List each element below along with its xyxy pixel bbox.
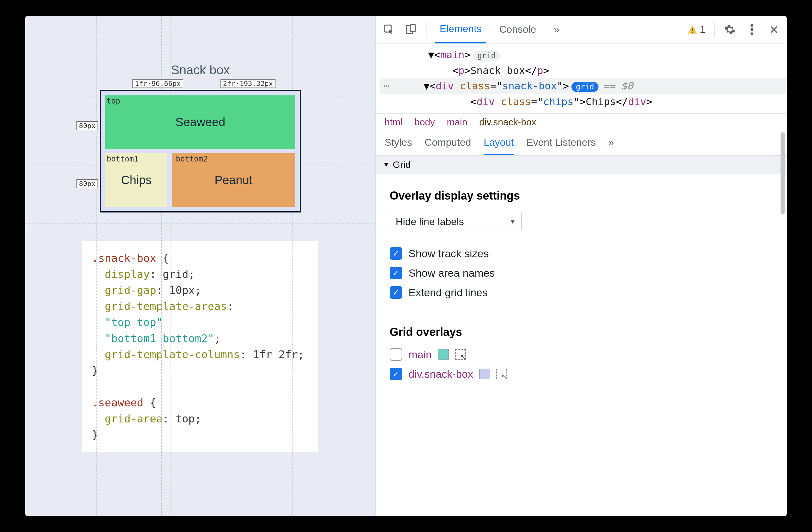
warning-icon bbox=[687, 24, 698, 35]
select-value: Hide line labels bbox=[396, 216, 464, 228]
layout-panel: Overlay display settings Hide line label… bbox=[376, 174, 787, 396]
area-label-top: top bbox=[106, 97, 120, 106]
overlay-item-snack-box[interactable]: div.snack-box bbox=[408, 368, 473, 380]
dom-node-main[interactable]: ▼<main>grid bbox=[380, 47, 787, 63]
grid-overlays-heading: Grid overlays bbox=[390, 325, 773, 339]
css-code-block: .snack-box { display: grid; grid-gap: 10… bbox=[83, 241, 318, 452]
section-grid[interactable]: ▼ Grid bbox=[376, 155, 787, 174]
tab-console[interactable]: Console bbox=[495, 16, 541, 43]
svg-rect-4 bbox=[692, 32, 693, 33]
devtools-panel: Elements Console » 1 ▼<main>grid <p>Snac… bbox=[376, 16, 787, 516]
tab-elements[interactable]: Elements bbox=[435, 16, 486, 43]
crumb-main[interactable]: main bbox=[447, 117, 467, 127]
separator bbox=[426, 22, 426, 38]
panel-tabs: Styles Computed Layout Event Listeners » bbox=[376, 131, 787, 155]
sub-tab-listeners[interactable]: Event Listeners bbox=[526, 137, 596, 155]
triangle-down-icon: ▼ bbox=[383, 160, 390, 169]
overlay-settings-heading: Overlay display settings bbox=[390, 189, 773, 202]
label-track-sizes: Show track sizes bbox=[408, 248, 489, 260]
caret-down-icon: ▼ bbox=[509, 218, 516, 225]
crumb-html[interactable]: html bbox=[385, 117, 403, 127]
sub-tab-layout[interactable]: Layout bbox=[484, 137, 514, 155]
sub-tab-styles[interactable]: Styles bbox=[385, 137, 412, 155]
svg-rect-2 bbox=[411, 25, 415, 31]
grid-line bbox=[96, 16, 97, 516]
checkbox-area-names[interactable]: ✓ bbox=[390, 267, 402, 279]
divider bbox=[376, 312, 787, 312]
dom-tree[interactable]: ▼<main>grid <p>Snack box</p> ⋯ ▼<div cla… bbox=[376, 43, 787, 113]
devtools-toolbar: Elements Console » 1 bbox=[376, 16, 787, 43]
scrollbar-thumb[interactable] bbox=[781, 132, 785, 214]
page-viewport: Snack box 1fr·96.66px 2fr·193.32px 80px … bbox=[25, 16, 376, 516]
track-label-row1: 80px bbox=[76, 121, 98, 130]
sub-tabs-overflow[interactable]: » bbox=[609, 137, 614, 155]
app-window: Snack box 1fr·96.66px 2fr·193.32px 80px … bbox=[25, 16, 787, 516]
snack-box-grid[interactable]: 1fr·96.66px 2fr·193.32px 80px 80px top b… bbox=[100, 90, 301, 212]
label-area-names: Show area names bbox=[408, 267, 495, 279]
sub-tab-computed[interactable]: Computed bbox=[424, 137, 471, 155]
warning-badge[interactable]: 1 bbox=[687, 24, 706, 35]
inspect-icon[interactable] bbox=[382, 23, 395, 36]
highlight-icon[interactable] bbox=[455, 349, 466, 360]
section-label: Grid bbox=[393, 159, 411, 170]
area-label-bottom2: bottom2 bbox=[176, 155, 207, 163]
highlight-icon[interactable] bbox=[496, 369, 507, 379]
color-swatch[interactable] bbox=[479, 369, 490, 379]
svg-point-5 bbox=[751, 24, 754, 27]
warning-count: 1 bbox=[700, 24, 706, 35]
area-label-bottom1: bottom1 bbox=[106, 155, 139, 163]
svg-point-7 bbox=[751, 32, 754, 35]
checkbox-overlay-snack-box[interactable]: ✓ bbox=[390, 368, 402, 380]
breadcrumb: html body main div.snack-box bbox=[376, 113, 787, 131]
device-toggle-icon[interactable] bbox=[404, 23, 417, 36]
cell-seaweed[interactable]: Seaweed bbox=[105, 95, 295, 149]
gear-icon[interactable] bbox=[723, 23, 737, 36]
line-labels-select[interactable]: Hide line labels ▼ bbox=[390, 212, 522, 232]
tabs-overflow[interactable]: » bbox=[549, 16, 564, 43]
crumb-snack-box[interactable]: div.snack-box bbox=[479, 117, 536, 127]
track-label-col1: 1fr·96.66px bbox=[132, 79, 183, 88]
scrollbar[interactable] bbox=[781, 51, 785, 507]
svg-point-6 bbox=[751, 28, 754, 31]
track-label-row2: 80px bbox=[76, 179, 98, 188]
checkbox-overlay-main[interactable]: ✓ bbox=[390, 348, 402, 361]
kebab-icon[interactable] bbox=[745, 23, 758, 36]
svg-rect-3 bbox=[692, 28, 693, 31]
dom-node-snack-box[interactable]: ⋯ ▼<div class="snack-box">grid== $0 bbox=[380, 79, 787, 94]
checkbox-extend-lines[interactable]: ✓ bbox=[390, 286, 402, 299]
close-icon[interactable] bbox=[767, 23, 781, 36]
dom-node-chips[interactable]: <div class="chips">Chips</div> bbox=[380, 94, 787, 110]
page-title: Snack box bbox=[38, 63, 363, 77]
overlay-item-main[interactable]: main bbox=[408, 349, 432, 361]
label-extend-lines: Extend grid lines bbox=[408, 286, 488, 299]
dom-node-p[interactable]: <p>Snack box</p> bbox=[380, 63, 787, 79]
checkbox-track-sizes[interactable]: ✓ bbox=[390, 247, 402, 260]
color-swatch[interactable] bbox=[438, 349, 449, 360]
grid-line bbox=[25, 224, 376, 224]
separator bbox=[714, 22, 714, 38]
crumb-body[interactable]: body bbox=[415, 117, 435, 127]
track-label-col2: 2fr·193.32px bbox=[220, 79, 275, 88]
